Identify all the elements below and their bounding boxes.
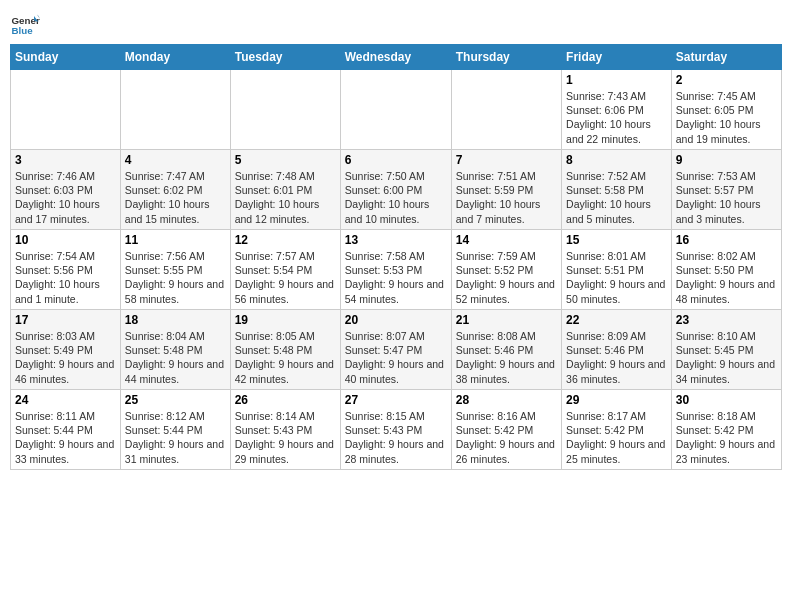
day-number: 14 — [456, 233, 557, 247]
calendar-cell: 21Sunrise: 8:08 AM Sunset: 5:46 PM Dayli… — [451, 310, 561, 390]
day-number: 16 — [676, 233, 777, 247]
calendar-cell: 3Sunrise: 7:46 AM Sunset: 6:03 PM Daylig… — [11, 150, 121, 230]
calendar-header-row: SundayMondayTuesdayWednesdayThursdayFrid… — [11, 45, 782, 70]
calendar-cell — [120, 70, 230, 150]
day-number: 18 — [125, 313, 226, 327]
day-number: 15 — [566, 233, 667, 247]
calendar-cell: 26Sunrise: 8:14 AM Sunset: 5:43 PM Dayli… — [230, 390, 340, 470]
day-info: Sunrise: 8:09 AM Sunset: 5:46 PM Dayligh… — [566, 329, 667, 386]
calendar-week-row: 1Sunrise: 7:43 AM Sunset: 6:06 PM Daylig… — [11, 70, 782, 150]
calendar-cell — [11, 70, 121, 150]
calendar-cell: 10Sunrise: 7:54 AM Sunset: 5:56 PM Dayli… — [11, 230, 121, 310]
day-number: 22 — [566, 313, 667, 327]
day-number: 13 — [345, 233, 447, 247]
day-number: 1 — [566, 73, 667, 87]
day-info: Sunrise: 8:16 AM Sunset: 5:42 PM Dayligh… — [456, 409, 557, 466]
day-info: Sunrise: 7:51 AM Sunset: 5:59 PM Dayligh… — [456, 169, 557, 226]
day-number: 24 — [15, 393, 116, 407]
calendar-week-row: 10Sunrise: 7:54 AM Sunset: 5:56 PM Dayli… — [11, 230, 782, 310]
calendar-cell — [451, 70, 561, 150]
day-number: 7 — [456, 153, 557, 167]
day-info: Sunrise: 8:11 AM Sunset: 5:44 PM Dayligh… — [15, 409, 116, 466]
day-of-week-header: Sunday — [11, 45, 121, 70]
day-number: 8 — [566, 153, 667, 167]
page-header: General Blue — [10, 10, 782, 40]
calendar-week-row: 3Sunrise: 7:46 AM Sunset: 6:03 PM Daylig… — [11, 150, 782, 230]
day-of-week-header: Monday — [120, 45, 230, 70]
calendar-cell: 17Sunrise: 8:03 AM Sunset: 5:49 PM Dayli… — [11, 310, 121, 390]
calendar-cell: 8Sunrise: 7:52 AM Sunset: 5:58 PM Daylig… — [562, 150, 672, 230]
calendar-week-row: 17Sunrise: 8:03 AM Sunset: 5:49 PM Dayli… — [11, 310, 782, 390]
day-info: Sunrise: 8:07 AM Sunset: 5:47 PM Dayligh… — [345, 329, 447, 386]
calendar-cell: 19Sunrise: 8:05 AM Sunset: 5:48 PM Dayli… — [230, 310, 340, 390]
day-number: 4 — [125, 153, 226, 167]
calendar-cell: 20Sunrise: 8:07 AM Sunset: 5:47 PM Dayli… — [340, 310, 451, 390]
day-of-week-header: Tuesday — [230, 45, 340, 70]
calendar-cell: 14Sunrise: 7:59 AM Sunset: 5:52 PM Dayli… — [451, 230, 561, 310]
calendar-cell: 27Sunrise: 8:15 AM Sunset: 5:43 PM Dayli… — [340, 390, 451, 470]
day-number: 9 — [676, 153, 777, 167]
day-of-week-header: Wednesday — [340, 45, 451, 70]
day-info: Sunrise: 7:58 AM Sunset: 5:53 PM Dayligh… — [345, 249, 447, 306]
calendar-cell: 25Sunrise: 8:12 AM Sunset: 5:44 PM Dayli… — [120, 390, 230, 470]
day-number: 19 — [235, 313, 336, 327]
day-number: 6 — [345, 153, 447, 167]
day-info: Sunrise: 8:01 AM Sunset: 5:51 PM Dayligh… — [566, 249, 667, 306]
day-number: 5 — [235, 153, 336, 167]
calendar-cell: 29Sunrise: 8:17 AM Sunset: 5:42 PM Dayli… — [562, 390, 672, 470]
day-info: Sunrise: 7:47 AM Sunset: 6:02 PM Dayligh… — [125, 169, 226, 226]
day-info: Sunrise: 7:59 AM Sunset: 5:52 PM Dayligh… — [456, 249, 557, 306]
day-info: Sunrise: 8:08 AM Sunset: 5:46 PM Dayligh… — [456, 329, 557, 386]
calendar-cell: 13Sunrise: 7:58 AM Sunset: 5:53 PM Dayli… — [340, 230, 451, 310]
day-info: Sunrise: 7:48 AM Sunset: 6:01 PM Dayligh… — [235, 169, 336, 226]
day-info: Sunrise: 8:05 AM Sunset: 5:48 PM Dayligh… — [235, 329, 336, 386]
calendar-cell: 30Sunrise: 8:18 AM Sunset: 5:42 PM Dayli… — [671, 390, 781, 470]
calendar-cell — [230, 70, 340, 150]
calendar-cell: 5Sunrise: 7:48 AM Sunset: 6:01 PM Daylig… — [230, 150, 340, 230]
day-number: 2 — [676, 73, 777, 87]
day-number: 23 — [676, 313, 777, 327]
calendar-cell: 23Sunrise: 8:10 AM Sunset: 5:45 PM Dayli… — [671, 310, 781, 390]
calendar-cell: 11Sunrise: 7:56 AM Sunset: 5:55 PM Dayli… — [120, 230, 230, 310]
day-info: Sunrise: 8:02 AM Sunset: 5:50 PM Dayligh… — [676, 249, 777, 306]
day-of-week-header: Saturday — [671, 45, 781, 70]
day-number: 26 — [235, 393, 336, 407]
day-info: Sunrise: 8:17 AM Sunset: 5:42 PM Dayligh… — [566, 409, 667, 466]
calendar-cell: 15Sunrise: 8:01 AM Sunset: 5:51 PM Dayli… — [562, 230, 672, 310]
logo-icon: General Blue — [10, 10, 40, 40]
day-number: 10 — [15, 233, 116, 247]
day-number: 17 — [15, 313, 116, 327]
day-info: Sunrise: 7:43 AM Sunset: 6:06 PM Dayligh… — [566, 89, 667, 146]
calendar-cell: 4Sunrise: 7:47 AM Sunset: 6:02 PM Daylig… — [120, 150, 230, 230]
day-info: Sunrise: 8:15 AM Sunset: 5:43 PM Dayligh… — [345, 409, 447, 466]
calendar-week-row: 24Sunrise: 8:11 AM Sunset: 5:44 PM Dayli… — [11, 390, 782, 470]
day-info: Sunrise: 7:54 AM Sunset: 5:56 PM Dayligh… — [15, 249, 116, 306]
day-info: Sunrise: 8:10 AM Sunset: 5:45 PM Dayligh… — [676, 329, 777, 386]
logo: General Blue — [10, 10, 44, 40]
calendar-cell: 22Sunrise: 8:09 AM Sunset: 5:46 PM Dayli… — [562, 310, 672, 390]
day-number: 29 — [566, 393, 667, 407]
calendar-cell: 6Sunrise: 7:50 AM Sunset: 6:00 PM Daylig… — [340, 150, 451, 230]
day-info: Sunrise: 8:18 AM Sunset: 5:42 PM Dayligh… — [676, 409, 777, 466]
calendar-cell: 1Sunrise: 7:43 AM Sunset: 6:06 PM Daylig… — [562, 70, 672, 150]
day-number: 28 — [456, 393, 557, 407]
day-of-week-header: Friday — [562, 45, 672, 70]
day-info: Sunrise: 8:14 AM Sunset: 5:43 PM Dayligh… — [235, 409, 336, 466]
day-info: Sunrise: 7:52 AM Sunset: 5:58 PM Dayligh… — [566, 169, 667, 226]
calendar-table: SundayMondayTuesdayWednesdayThursdayFrid… — [10, 44, 782, 470]
day-number: 20 — [345, 313, 447, 327]
day-number: 12 — [235, 233, 336, 247]
calendar-cell: 28Sunrise: 8:16 AM Sunset: 5:42 PM Dayli… — [451, 390, 561, 470]
day-info: Sunrise: 7:50 AM Sunset: 6:00 PM Dayligh… — [345, 169, 447, 226]
calendar-cell: 18Sunrise: 8:04 AM Sunset: 5:48 PM Dayli… — [120, 310, 230, 390]
day-info: Sunrise: 8:04 AM Sunset: 5:48 PM Dayligh… — [125, 329, 226, 386]
day-info: Sunrise: 7:53 AM Sunset: 5:57 PM Dayligh… — [676, 169, 777, 226]
svg-text:Blue: Blue — [12, 25, 34, 36]
calendar-cell: 12Sunrise: 7:57 AM Sunset: 5:54 PM Dayli… — [230, 230, 340, 310]
day-info: Sunrise: 8:12 AM Sunset: 5:44 PM Dayligh… — [125, 409, 226, 466]
calendar-cell: 2Sunrise: 7:45 AM Sunset: 6:05 PM Daylig… — [671, 70, 781, 150]
calendar-cell: 7Sunrise: 7:51 AM Sunset: 5:59 PM Daylig… — [451, 150, 561, 230]
day-info: Sunrise: 7:57 AM Sunset: 5:54 PM Dayligh… — [235, 249, 336, 306]
day-of-week-header: Thursday — [451, 45, 561, 70]
day-number: 30 — [676, 393, 777, 407]
